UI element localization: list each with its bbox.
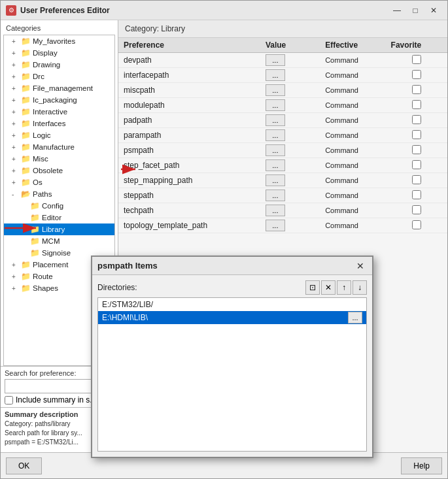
help-button[interactable]: Help	[401, 457, 442, 474]
psmpath-items-dialog: psmpath Items ✕ Directories: ⊡ ✕ ↑ ↓ E:/…	[91, 256, 373, 458]
pref-value: ...	[260, 68, 307, 83]
value-button[interactable]: ...	[266, 190, 285, 201]
tree-item-manufacture[interactable]: + 📁 Manufacture	[4, 141, 114, 153]
favorite-checkbox[interactable]	[412, 100, 421, 109]
dialog-title-bar: psmpath Items ✕	[92, 257, 372, 275]
tree-item-library[interactable]: 📁 Library	[4, 223, 114, 235]
dir-list-item-selected[interactable]: E:\HDMI\LIB\ ...	[98, 311, 366, 324]
pref-effective: Command	[320, 53, 385, 68]
pref-favorite	[386, 98, 447, 113]
pref-value: ...	[260, 143, 307, 158]
pref-empty	[307, 113, 320, 128]
value-button[interactable]: ...	[266, 69, 285, 81]
directories-label: Directories:	[97, 283, 137, 292]
maximize-button[interactable]: □	[407, 3, 424, 18]
pref-value: ...	[260, 113, 307, 128]
pref-name: step_facet_path	[118, 158, 260, 173]
tree-item-misc[interactable]: + 📁 Misc	[4, 153, 114, 165]
browse-button[interactable]: ...	[348, 312, 362, 323]
value-button[interactable]: ...	[266, 220, 285, 231]
window-title: User Preferences Editor	[20, 6, 110, 15]
pref-empty	[307, 143, 320, 158]
pref-name: devpath	[118, 53, 260, 68]
favorite-checkbox[interactable]	[412, 205, 421, 214]
tree-item-config[interactable]: 📁 Config	[4, 200, 114, 212]
pref-effective: Command	[320, 113, 385, 128]
pref-effective: Command	[320, 188, 385, 203]
window-controls: — □ ✕	[388, 3, 442, 18]
pref-value: ...	[260, 218, 307, 233]
tree-item-interactive[interactable]: + 📁 Interactive	[4, 106, 114, 118]
value-button[interactable]: ...	[266, 159, 285, 171]
pref-name: miscpath	[118, 83, 260, 98]
pref-name: modulepath	[118, 98, 260, 113]
pref-value: ...	[260, 98, 307, 113]
tree-item-drc[interactable]: + 📁 Drc	[4, 71, 114, 82]
tree-item-display[interactable]: + 📁 Display	[4, 47, 114, 59]
close-button[interactable]: ✕	[425, 3, 442, 18]
value-button[interactable]: ...	[266, 114, 285, 126]
value-button[interactable]: ...	[266, 205, 285, 216]
pref-empty	[307, 188, 320, 203]
pref-effective: Command	[320, 98, 385, 113]
directories-list[interactable]: E:/STM32/LIB/ E:\HDMI\LIB\ ...	[97, 297, 367, 452]
pref-favorite	[386, 158, 447, 173]
ok-button[interactable]: OK	[6, 457, 42, 474]
tree-item-editor[interactable]: 📁 Editor	[4, 212, 114, 223]
pref-effective: Command	[320, 203, 385, 218]
pref-name: psmpath	[118, 143, 260, 158]
favorite-checkbox[interactable]	[412, 190, 421, 199]
tree-item-os[interactable]: + 📁 Os	[4, 176, 114, 188]
favorite-checkbox[interactable]	[412, 55, 421, 64]
favorite-checkbox[interactable]	[412, 115, 421, 124]
value-button[interactable]: ...	[266, 84, 285, 96]
col-effective: Effective	[320, 38, 385, 53]
tree-item-mcm[interactable]: 📁 MCM	[4, 235, 114, 247]
tree-item-ic-packaging[interactable]: + 📁 Ic_packaging	[4, 94, 114, 106]
value-button[interactable]: ...	[266, 54, 285, 66]
pref-empty	[307, 53, 320, 68]
table-row: miscpath ... Command	[118, 83, 447, 98]
pref-empty	[307, 98, 320, 113]
dir-path-text-selected: E:\HDMI\LIB\	[102, 313, 348, 322]
move-down-button[interactable]: ↓	[353, 280, 367, 295]
tree-item-interfaces[interactable]: + 📁 Interfaces	[4, 118, 114, 129]
favorite-checkbox[interactable]	[412, 145, 421, 154]
value-button[interactable]: ...	[266, 144, 285, 156]
dialog-close-button[interactable]: ✕	[354, 259, 367, 273]
pref-empty	[307, 68, 320, 83]
tree-item-paths[interactable]: - 📂 Paths	[4, 188, 114, 200]
dir-list-item[interactable]: E:/STM32/LIB/	[98, 298, 366, 311]
minimize-button[interactable]: —	[388, 3, 405, 18]
favorite-checkbox[interactable]	[412, 160, 421, 169]
move-up-button[interactable]: ↑	[337, 280, 351, 295]
tree-item-file-management[interactable]: + 📁 File_management	[4, 82, 114, 94]
pref-favorite	[386, 188, 447, 203]
favorite-checkbox[interactable]	[412, 70, 421, 79]
value-button[interactable]: ...	[266, 174, 285, 186]
tree-item-obsolete[interactable]: + 📁 Obsolete	[4, 165, 114, 176]
tree-item-drawing[interactable]: + 📁 Drawing	[4, 59, 114, 71]
add-dir-button[interactable]: ⊡	[305, 280, 320, 295]
tree-item-my-favorites[interactable]: + 📁 My_favorites	[4, 35, 114, 47]
table-row: parampath ... Command	[118, 128, 447, 143]
pref-name: interfacepath	[118, 68, 260, 83]
pref-value: ...	[260, 188, 307, 203]
tree-item-logic[interactable]: + 📁 Logic	[4, 129, 114, 141]
favorite-checkbox[interactable]	[412, 130, 421, 139]
favorite-checkbox[interactable]	[412, 220, 421, 229]
include-summary-checkbox[interactable]	[5, 396, 13, 405]
delete-dir-button[interactable]: ✕	[321, 280, 336, 295]
pref-effective: Command	[320, 173, 385, 188]
pref-empty	[307, 218, 320, 233]
value-button[interactable]: ...	[266, 129, 285, 141]
table-row: step_mapping_path ... Command	[118, 173, 447, 188]
directories-toolbar: ⊡ ✕ ↑ ↓	[305, 280, 367, 295]
search-input[interactable]	[5, 379, 101, 393]
directories-header: Directories: ⊡ ✕ ↑ ↓	[97, 280, 367, 295]
value-button[interactable]: ...	[266, 99, 285, 111]
pref-favorite	[386, 68, 447, 83]
favorite-checkbox[interactable]	[412, 175, 421, 184]
favorite-checkbox[interactable]	[412, 85, 421, 94]
title-bar-left: ⚙ User Preferences Editor	[6, 5, 110, 16]
